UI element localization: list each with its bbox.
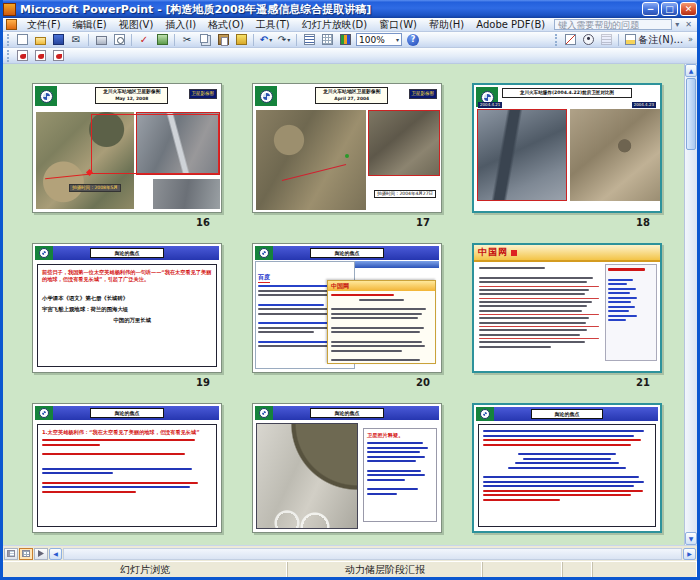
convert-and-email-button[interactable] (31, 48, 49, 63)
text-line-skeleton (608, 310, 629, 312)
print-button[interactable] (92, 32, 110, 47)
slide-sorter-view-button[interactable] (19, 548, 33, 560)
rehearse-timings-button[interactable] (579, 32, 597, 47)
text-line-skeleton (608, 301, 631, 303)
body-paragraph: 中国的万里长城 (113, 317, 212, 324)
menu-edit[interactable]: 编辑(E) (67, 18, 113, 32)
institute-logo-icon (255, 86, 277, 106)
print-preview-button[interactable] (110, 32, 128, 47)
scroll-up-icon[interactable]: ▲ (685, 64, 697, 77)
normal-view-button[interactable] (4, 548, 18, 560)
redo-button[interactable]: ↷▾ (275, 32, 293, 47)
research-button[interactable] (153, 32, 171, 47)
show-formatting-button[interactable] (300, 32, 318, 47)
slide-cell-16: 龙川火车站地区卫星影像图 May 12, 2008 卫星影像图 拍摄时间：200… (32, 83, 222, 243)
text-line-skeleton (479, 346, 551, 348)
text-line-skeleton (483, 485, 634, 487)
scroll-left-icon[interactable]: ◀ (49, 548, 62, 560)
slide-title-box: 龙川火车站地区卫星影像图 April 27, 2004 (315, 87, 388, 104)
slide-thumbnail-17[interactable]: 龙川火车站地区卫星影像图 April 27, 2004 卫星影像图 拍摄时间：2… (252, 83, 442, 213)
slide-thumbnail-23[interactable]: 舆论的焦点 卫星照片释疑。 (252, 403, 442, 533)
date-label: 2004.4.23 (632, 102, 656, 108)
scroll-right-icon[interactable]: ▶ (683, 548, 696, 560)
view-toolbar-row: ◀ ▶ (3, 545, 697, 561)
scroll-down-icon[interactable]: ▼ (685, 532, 697, 545)
hide-slide-button[interactable] (561, 32, 579, 47)
text-line-skeleton (608, 319, 626, 321)
slide-thumbnail-18[interactable]: 龙川火车站爆炸(2004.4.22)前后卫星对比图 2004.4.21 2004… (472, 83, 662, 213)
spelling-button[interactable]: ✓ (135, 32, 153, 47)
slideshow-button[interactable] (34, 548, 48, 560)
cut-button[interactable]: ✂ (178, 32, 196, 47)
show-grid-button[interactable] (318, 32, 336, 47)
minimize-button[interactable]: − (642, 2, 659, 16)
save-button[interactable] (49, 32, 67, 47)
slide-thumbnail-24[interactable]: 舆论的焦点 (472, 403, 662, 533)
toolbar-grip[interactable] (555, 34, 559, 46)
summary-slide-button[interactable] (597, 32, 615, 47)
convert-to-pdf-button[interactable] (13, 48, 31, 63)
help-button[interactable]: ? (404, 32, 422, 47)
slide-sorter-workspace[interactable]: 龙川火车站地区卫星影像图 May 12, 2008 卫星影像图 拍摄时间：200… (3, 64, 697, 545)
title-bar[interactable]: Microsoft PowerPoint - [构造地质2008年遥感信息综合提… (0, 0, 700, 18)
copy-button[interactable] (196, 32, 214, 47)
text-line-skeleton (483, 494, 631, 496)
notes-button[interactable]: 备注(N)... (622, 32, 686, 47)
institute-logo-icon (476, 407, 494, 421)
toolbar-grip[interactable] (7, 50, 11, 62)
text-line-skeleton (331, 327, 424, 329)
email-button[interactable]: ✉ (67, 32, 85, 47)
slide-thumbnail-22[interactable]: 舆论的焦点 1.太空英雄杨利伟：“我在太空看见了美丽的地球，但没有看见长城” (32, 403, 222, 533)
slide-thumbnail-19[interactable]: 舆论的焦点 前些日子，我国第一位太空英雄杨利伟的一句话——“我在太空看见了美丽的… (32, 243, 222, 373)
text-line-skeleton (258, 341, 333, 343)
satellite-image (368, 110, 440, 176)
vertical-scrollbar[interactable]: ▲ ▼ (684, 64, 697, 545)
text-line-skeleton (258, 345, 338, 347)
new-button[interactable] (13, 32, 31, 47)
close-button[interactable]: ✕ (680, 2, 697, 16)
convert-and-send-for-review-button[interactable] (49, 48, 67, 63)
menu-format[interactable]: 格式(O) (202, 18, 250, 32)
chevron-down-icon: ▾ (396, 36, 399, 43)
slide-header-title: 舆论的焦点 (90, 248, 164, 258)
menu-view[interactable]: 视图(V) (113, 18, 160, 32)
slide-thumbnail-16[interactable]: 龙川火车站地区卫星影像图 May 12, 2008 卫星影像图 拍摄时间：200… (32, 83, 222, 213)
text-line-skeleton (331, 341, 422, 343)
satellite-image (256, 423, 358, 529)
toolbar-grip[interactable] (7, 34, 11, 46)
zoom-select[interactable]: 100% ▾ (356, 33, 402, 46)
paste-button[interactable] (214, 32, 232, 47)
toolbar-options-button[interactable]: » (686, 35, 695, 44)
open-button[interactable] (31, 32, 49, 47)
body-paragraph: 卫星照片释疑。 (367, 432, 433, 439)
slide-thumbnail-21[interactable]: 中国网 (472, 243, 662, 373)
menu-insert[interactable]: 插入(I) (159, 18, 202, 32)
format-painter-button[interactable] (232, 32, 250, 47)
text-line-skeleton (479, 277, 593, 279)
chevron-down-icon[interactable]: ▾ (672, 20, 682, 29)
horizontal-scrollbar[interactable] (63, 548, 682, 560)
maximize-button[interactable]: □ (661, 2, 678, 16)
help-question-input[interactable]: 键入需要帮助的问题 (554, 19, 672, 30)
menu-adobe-pdf[interactable]: Adobe PDF(B) (470, 19, 551, 30)
presentation-icon[interactable] (6, 19, 17, 30)
scrollbar-thumb[interactable] (686, 78, 696, 150)
text-line-skeleton (367, 493, 397, 495)
menu-tools[interactable]: 工具(T) (250, 18, 296, 32)
satellite-image (153, 179, 220, 209)
date-label: 2004.4.21 (478, 102, 502, 108)
menu-slideshow[interactable]: 幻灯片放映(D) (296, 18, 374, 32)
close-presentation-icon[interactable]: ✕ (682, 20, 695, 29)
institute-logo-icon (255, 246, 273, 260)
menu-window[interactable]: 窗口(W) (373, 18, 423, 32)
slide-header-title: 舆论的焦点 (310, 248, 384, 258)
slide-thumbnail-20[interactable]: 舆论的焦点 百度 中国网 (252, 243, 442, 373)
menu-file[interactable]: 文件(F) (21, 18, 67, 32)
text-line-skeleton (479, 298, 599, 299)
slide-cell-20: 舆论的焦点 百度 中国网 20 (252, 243, 442, 403)
institute-logo-icon (35, 86, 57, 106)
undo-button[interactable]: ↶▾ (257, 32, 275, 47)
color-grayscale-button[interactable] (336, 32, 354, 47)
slide-body: 前些日子，我国第一位太空英雄杨利伟的一句话——“我在太空看见了美丽的地球，但没有… (37, 264, 217, 367)
menu-help[interactable]: 帮助(H) (423, 18, 470, 32)
